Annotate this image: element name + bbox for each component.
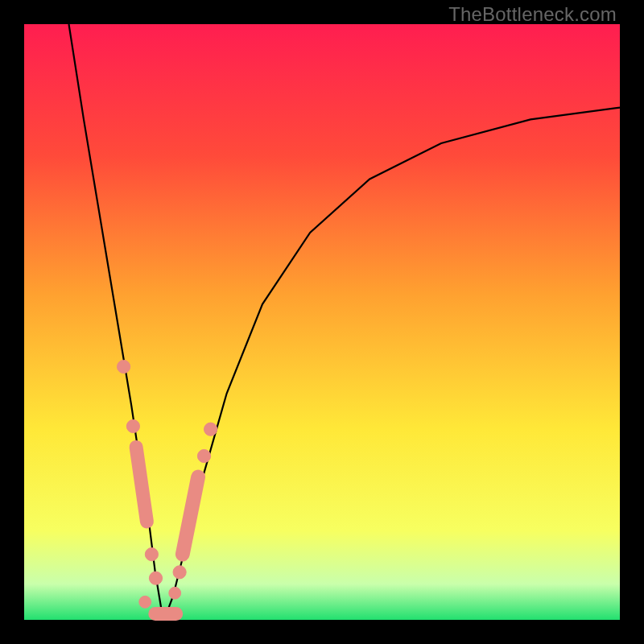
watermark-text: TheBottleneck.com [448,3,617,26]
marker-capsule [183,477,198,554]
marker-capsule [136,447,147,522]
marker-dot [118,360,130,373]
marker-dot [173,566,186,579]
marker-dot [145,548,158,561]
data-markers [118,360,217,613]
curve-left [69,24,164,620]
marker-dot [126,419,139,432]
curve-layer [24,24,620,620]
marker-dot [169,587,181,599]
marker-dot [204,423,217,436]
marker-dot [149,572,162,584]
curve-right [164,108,620,620]
chart-frame: TheBottleneck.com [0,0,644,644]
marker-dot [139,596,151,608]
plot-area [24,24,620,620]
marker-dot [197,449,210,462]
